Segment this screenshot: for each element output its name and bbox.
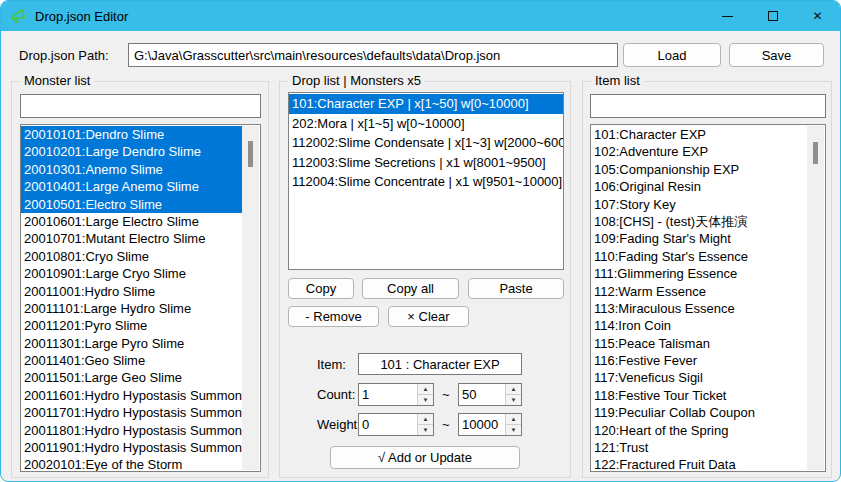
minimize-icon	[722, 16, 733, 17]
monster-list-item[interactable]: 20011601:Hydro Hypostasis Summon	[21, 387, 243, 404]
item-list-item[interactable]: 119:Peculiar Collab Coupon	[591, 404, 808, 421]
item-list-item[interactable]: 110:Fading Star's Essence	[591, 248, 808, 265]
monster-list-item[interactable]: 20010601:Large Electro Slime	[21, 213, 243, 230]
monster-list-item[interactable]: 20011201:Pyro Slime	[21, 317, 243, 334]
load-button[interactable]: Load	[623, 43, 721, 67]
monster-list[interactable]: 20010101:Dendro Slime20010201:Large Dend…	[20, 124, 261, 472]
item-list-item[interactable]: 115:Peace Talisman	[591, 335, 808, 352]
count-min-stepper[interactable]: ▲ ▼	[358, 383, 434, 406]
item-list-item[interactable]: 101:Character EXP	[591, 126, 808, 143]
path-label: Drop.json Path:	[19, 48, 109, 63]
maximize-button[interactable]	[750, 1, 795, 31]
item-list-item[interactable]: 117:Veneficus Sigil	[591, 369, 808, 386]
count-max-up-icon[interactable]: ▲	[506, 384, 521, 395]
monster-list-item[interactable]: 20020101:Eye of the Storm	[21, 456, 243, 471]
monster-list-scrollbar[interactable]	[242, 126, 259, 470]
path-input[interactable]	[128, 43, 618, 67]
monster-list-item[interactable]: 20010401:Large Anemo Slime	[21, 178, 243, 195]
drop-list-item[interactable]: 202:Mora | x[1~5] w[0~10000]	[289, 114, 563, 134]
item-list-item[interactable]: 112:Warm Essence	[591, 283, 808, 300]
minimize-button[interactable]	[705, 1, 750, 31]
close-icon: ✕	[812, 10, 822, 22]
item-scroll-thumb[interactable]	[813, 142, 818, 164]
item-list[interactable]: 101:Character EXP102:Adventure EXP105:Co…	[590, 124, 826, 472]
count-max-stepper[interactable]: ▲ ▼	[458, 383, 522, 406]
monster-list-item[interactable]: 20010701:Mutant Electro Slime	[21, 230, 243, 247]
item-list-item[interactable]: 102:Adventure EXP	[591, 143, 808, 160]
weight-range-separator: ~	[442, 417, 450, 432]
monster-list-group: Monster list 20010101:Dendro Slime200102…	[11, 81, 269, 478]
item-search-input[interactable]	[590, 94, 826, 118]
monster-scroll-thumb[interactable]	[248, 141, 253, 167]
monster-list-item[interactable]: 20011901:Hydro Hypostasis Summon	[21, 439, 243, 456]
count-min-down-icon[interactable]: ▼	[418, 395, 433, 405]
remove-button[interactable]: - Remove	[288, 306, 379, 327]
item-list-scrollbar[interactable]	[807, 126, 824, 470]
monster-list-item[interactable]: 20010501:Electro Slime	[21, 196, 243, 213]
item-list-title: Item list	[591, 73, 644, 88]
monster-list-title: Monster list	[20, 73, 94, 88]
drop-list-item[interactable]: 112004:Slime Concentrate | x1 w[9501~100…	[289, 172, 563, 192]
weight-min-stepper[interactable]: ▲ ▼	[358, 413, 434, 436]
app-window: Drop.json Editor ✕ Drop.json Path: Load …	[0, 0, 841, 482]
monster-list-item[interactable]: 20011501:Large Geo Slime	[21, 369, 243, 386]
count-label: Count:	[317, 387, 355, 402]
item-list-group: Item list 101:Character EXP102:Adventure…	[582, 81, 832, 478]
paste-button[interactable]: Paste	[468, 278, 564, 299]
monster-list-item[interactable]: 20011001:Hydro Slime	[21, 283, 243, 300]
monster-list-item[interactable]: 20010101:Dendro Slime	[21, 126, 243, 143]
item-input[interactable]	[358, 353, 522, 375]
drop-list-item[interactable]: 112003:Slime Secretions | x1 w[8001~9500…	[289, 153, 563, 173]
save-button[interactable]: Save	[729, 43, 824, 67]
monster-list-item[interactable]: 20011701:Hydro Hypostasis Summon	[21, 404, 243, 421]
drop-list-item[interactable]: 101:Character EXP | x[1~50] w[0~10000]	[289, 94, 563, 114]
item-list-item[interactable]: 122:Fractured Fruit Data	[591, 456, 808, 471]
monster-list-item[interactable]: 20010201:Large Dendro Slime	[21, 143, 243, 160]
weight-min-down-icon[interactable]: ▼	[418, 425, 433, 435]
clear-button[interactable]: × Clear	[388, 306, 469, 327]
item-list-item[interactable]: 120:Heart of the Spring	[591, 422, 808, 439]
item-list-item[interactable]: 106:Original Resin	[591, 178, 808, 195]
monster-list-item[interactable]: 20011301:Large Pyro Slime	[21, 335, 243, 352]
maximize-icon	[768, 11, 778, 21]
weight-max-stepper[interactable]: ▲ ▼	[458, 413, 522, 436]
add-or-update-button[interactable]: √ Add or Update	[330, 446, 520, 469]
item-list-item[interactable]: 105:Companionship EXP	[591, 161, 808, 178]
item-list-item[interactable]: 113:Miraculous Essence	[591, 300, 808, 317]
monster-search-input[interactable]	[20, 94, 261, 118]
weight-min-up-icon[interactable]: ▲	[418, 414, 433, 425]
monster-list-item[interactable]: 20011101:Large Hydro Slime	[21, 300, 243, 317]
count-min-input[interactable]	[359, 384, 417, 405]
weight-max-input[interactable]	[459, 414, 505, 435]
item-list-item[interactable]: 111:Glimmering Essence	[591, 265, 808, 282]
monster-list-item[interactable]: 20010301:Anemo Slime	[21, 161, 243, 178]
count-min-up-icon[interactable]: ▲	[418, 384, 433, 395]
item-list-item[interactable]: 116:Festive Fever	[591, 352, 808, 369]
count-max-input[interactable]	[459, 384, 505, 405]
item-list-item[interactable]: 118:Festive Tour Ticket	[591, 387, 808, 404]
monster-list-item[interactable]: 20011401:Geo Slime	[21, 352, 243, 369]
item-list-item[interactable]: 121:Trust	[591, 439, 808, 456]
copy-button[interactable]: Copy	[288, 278, 354, 299]
drop-list-title: Drop list | Monsters x5	[288, 73, 425, 88]
weight-max-down-icon[interactable]: ▼	[506, 425, 521, 435]
weight-max-up-icon[interactable]: ▲	[506, 414, 521, 425]
drop-list-item[interactable]: 112002:Slime Condensate | x[1~3] w[2000~…	[289, 133, 563, 153]
monster-list-item[interactable]: 20010801:Cryo Slime	[21, 248, 243, 265]
drop-list[interactable]: 101:Character EXP | x[1~50] w[0~10000]20…	[288, 92, 564, 270]
item-list-item[interactable]: 107:Story Key	[591, 196, 808, 213]
title-bar[interactable]: Drop.json Editor ✕	[1, 1, 840, 31]
monster-list-item[interactable]: 20010901:Large Cryo Slime	[21, 265, 243, 282]
item-list-item[interactable]: 114:Iron Coin	[591, 317, 808, 334]
item-list-item[interactable]: 108:[CHS] - (test)天体推演	[591, 213, 808, 230]
item-list-item[interactable]: 109:Fading Star's Might	[591, 230, 808, 247]
item-label: Item:	[317, 357, 346, 372]
count-max-down-icon[interactable]: ▼	[506, 395, 521, 405]
count-range-separator: ~	[442, 387, 450, 402]
drop-list-group: Drop list | Monsters x5 101:Character EX…	[279, 81, 571, 478]
close-button[interactable]: ✕	[795, 1, 840, 31]
megaphone-icon	[10, 8, 27, 25]
monster-list-item[interactable]: 20011801:Hydro Hypostasis Summon	[21, 422, 243, 439]
copy-all-button[interactable]: Copy all	[362, 278, 459, 299]
weight-min-input[interactable]	[359, 414, 417, 435]
